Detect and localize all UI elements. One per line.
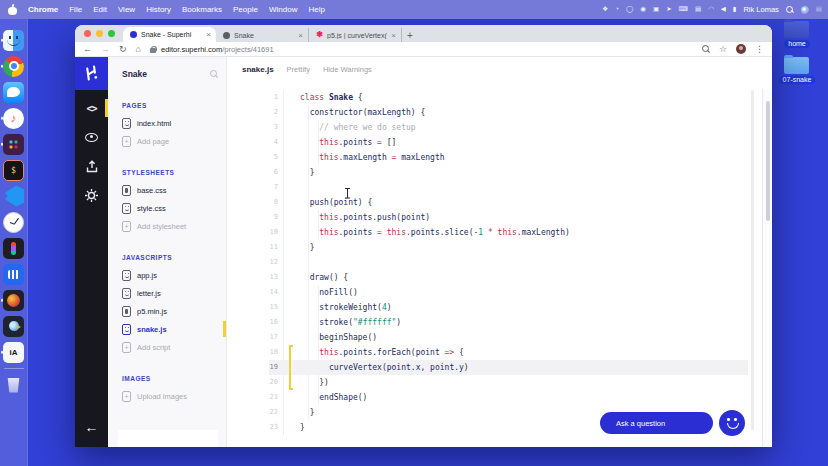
superhi-logo[interactable] — [75, 57, 108, 90]
code-area[interactable]: 1class Snake {2 constructor(maxLength) {… — [227, 90, 762, 435]
sidebar-item-snake-js[interactable]: snake.js — [122, 320, 218, 338]
close-icon[interactable]: × — [206, 30, 211, 39]
code-line-18[interactable]: 18 this.points.forEach(point => { — [227, 345, 762, 360]
hide-warnings-button[interactable]: Hide Warnings — [323, 65, 372, 74]
desktop-folder-home[interactable]: home — [784, 21, 810, 48]
close-icon[interactable]: × — [391, 31, 396, 40]
back-arrow-button[interactable]: ← — [75, 419, 108, 435]
menu-window[interactable]: Window — [269, 5, 297, 14]
maximize-window-button[interactable] — [108, 30, 115, 37]
code-line-3[interactable]: 3 // where we do setup — [227, 120, 762, 135]
cursor-icon[interactable]: ➤ — [666, 6, 671, 13]
browser-scrollbar[interactable] — [762, 89, 772, 447]
code-line-7[interactable]: 7 — [227, 180, 762, 195]
menu-history[interactable]: History — [146, 5, 171, 14]
sidebar-item-letter-js[interactable]: letter.js — [122, 284, 218, 302]
sidebar-item-add-stylesheet[interactable]: Add stylesheet — [122, 217, 218, 235]
display-icon[interactable]: ▤ — [695, 6, 701, 13]
screenshare-icon[interactable]: ▣ — [653, 6, 659, 13]
sidebar-item-style-css[interactable]: style.css — [122, 199, 218, 217]
timer-icon[interactable]: ◔ — [615, 6, 619, 13]
code-line-10[interactable]: 10 this.points = this.points.slice(-1 * … — [227, 225, 762, 240]
minimize-window-button[interactable] — [96, 30, 103, 37]
menu-file[interactable]: File — [69, 5, 82, 14]
dock-messages[interactable] — [0, 79, 28, 105]
code-line-9[interactable]: 9 this.points.push(point) — [227, 210, 762, 225]
menu-help[interactable]: Help — [308, 5, 324, 14]
code-line-5[interactable]: 5 this.maxLength = maxLength — [227, 150, 762, 165]
bookmark-star-icon[interactable]: ☆ — [719, 45, 727, 54]
sidebar-item-base-css[interactable]: base.css — [122, 181, 218, 199]
scrollbar-thumb[interactable] — [766, 101, 770, 221]
apple-menu-icon[interactable] — [8, 4, 17, 15]
code-line-2[interactable]: 2 constructor(maxLength) { — [227, 105, 762, 120]
new-tab-button[interactable]: + — [402, 28, 418, 42]
code-line-13[interactable]: 13 draw() { — [227, 270, 762, 285]
vpn-shield-icon[interactable]: ❖ — [602, 6, 608, 13]
kebab-menu-icon[interactable]: ⋮ — [755, 45, 764, 54]
code-line-14[interactable]: 14 noFill() — [227, 285, 762, 300]
dock-terminal[interactable] — [0, 157, 28, 183]
forward-icon[interactable]: → — [101, 45, 110, 54]
code-line-21[interactable]: 21 endShape() — [227, 390, 762, 405]
code-line-6[interactable]: 6 } — [227, 165, 762, 180]
code-line-16[interactable]: 16 stroke("#ffffff") — [227, 315, 762, 330]
wifi-icon[interactable]: ◠ — [708, 6, 714, 13]
code-line-8[interactable]: 8 push(point) { — [227, 195, 762, 210]
smiley-help-button[interactable] — [719, 410, 745, 436]
profile-avatar[interactable] — [736, 44, 746, 54]
code-line-4[interactable]: 4 this.points = [] — [227, 135, 762, 150]
close-icon[interactable]: × — [298, 31, 303, 40]
dock-bird[interactable] — [0, 313, 28, 339]
dock-intercom[interactable] — [0, 261, 28, 287]
browser-tab-snake[interactable]: Snake× — [216, 28, 309, 42]
close-window-button[interactable] — [84, 30, 91, 37]
code-line-1[interactable]: 1class Snake { — [227, 90, 762, 105]
record-icon[interactable]: ◉ — [640, 6, 646, 13]
dock-ia-writer[interactable] — [0, 339, 28, 365]
keyboard-icon[interactable]: ⌨ — [679, 6, 688, 13]
dock-clock[interactable] — [0, 209, 28, 235]
sidebar-item-p5-min-js[interactable]: p5.min.js — [122, 302, 218, 320]
prettify-button[interactable]: Prettify — [287, 65, 310, 74]
back-icon[interactable]: ← — [83, 45, 92, 54]
browser-tab-snake-superhi[interactable]: Snake - Superhi× — [123, 27, 216, 42]
code-line-12[interactable]: 12 — [227, 255, 762, 270]
code-line-15[interactable]: 15 strokeWeight(4) — [227, 300, 762, 315]
notification-center-icon[interactable]: ▤ — [816, 6, 822, 13]
code-scrollbar[interactable] — [751, 90, 754, 430]
menu-people[interactable]: People — [233, 5, 258, 14]
zoom-icon[interactable] — [702, 45, 710, 53]
dock-finder[interactable] — [0, 27, 28, 53]
dock-figma[interactable] — [0, 235, 28, 261]
code-line-19[interactable]: 19 curveVertex(point.x, point.y) — [227, 360, 762, 375]
sidebar-item-upload-images[interactable]: Upload images — [122, 387, 218, 405]
code-line-11[interactable]: 11 } — [227, 240, 762, 255]
menubar-username[interactable]: Rik Lomas — [743, 5, 778, 14]
siri-icon[interactable] — [801, 6, 809, 14]
sidebar-item-index-html[interactable]: index.html — [122, 114, 218, 132]
home-icon[interactable]: ⌂ — [136, 45, 141, 54]
reload-icon[interactable]: ↻ — [119, 45, 127, 54]
code-line-17[interactable]: 17 beginShape() — [227, 330, 762, 345]
sidebar-item-app-js[interactable]: app.js — [122, 266, 218, 284]
browser-tab-p5-js-curvevertex[interactable]: ✱p5.js | curveVertex()× — [309, 28, 402, 42]
volume-icon[interactable]: ◀ — [721, 6, 726, 13]
dock-slack[interactable] — [0, 131, 28, 157]
spotlight-search-icon[interactable] — [786, 6, 794, 14]
publish-upload-icon[interactable] — [81, 155, 103, 177]
code-line-20[interactable]: 20 }) — [227, 375, 762, 390]
code-view-icon[interactable]: <> — [81, 97, 103, 119]
url-field[interactable]: editor.superhi.com/projects/41691 — [150, 45, 693, 54]
menu-chrome[interactable]: Chrome — [28, 5, 58, 14]
dock-chrome[interactable] — [0, 53, 28, 79]
dock-music[interactable] — [0, 105, 28, 131]
desktop-folder-07-snake[interactable]: 07-snake — [779, 57, 816, 84]
project-search-icon[interactable] — [210, 70, 218, 78]
preview-eye-icon[interactable] — [81, 126, 103, 148]
sidebar-item-add-page[interactable]: Add page — [122, 132, 218, 150]
menu-edit[interactable]: Edit — [93, 5, 107, 14]
circle-icon[interactable]: ◯ — [626, 6, 633, 13]
settings-gear-icon[interactable] — [81, 184, 103, 206]
dock-vscode[interactable] — [0, 183, 28, 209]
